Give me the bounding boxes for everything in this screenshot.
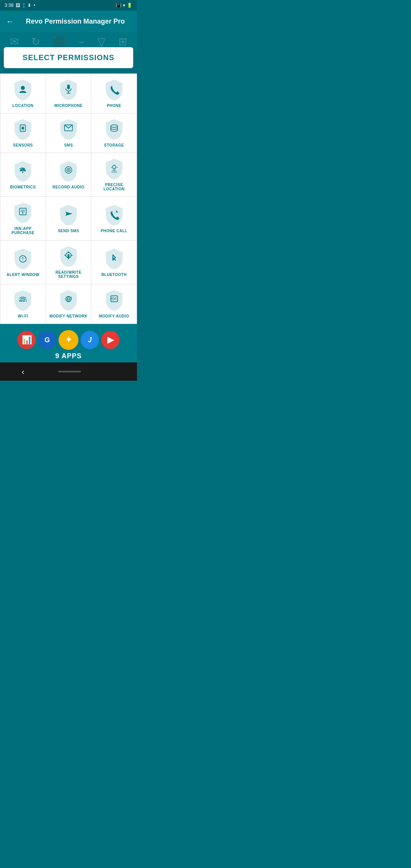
permission-item-modify-network[interactable]: MODIFY NETWORK [46, 284, 92, 324]
microphone-label: MICROPHONE [54, 104, 83, 108]
header-title: SELECT PERMISSIONS [22, 53, 114, 62]
svg-point-14 [68, 169, 69, 171]
wifi-shield-icon: WiFi [12, 290, 33, 311]
app-icon-5-symbol: ▶ [107, 335, 114, 345]
precise-location-shield-icon [104, 158, 125, 180]
bottom-tray: 📊 G ✦ J ▶ 9 APPS [0, 324, 137, 362]
cursor-icon: ⌶ [22, 3, 25, 8]
location-shield-icon [12, 79, 33, 101]
app-bar: ← Revo Permission Manager Pro [0, 11, 137, 32]
permission-item-biometrics[interactable]: BIOMETRICS [0, 153, 46, 197]
status-bar: 3:38 🖼 ⌶ ⬇ • 📳 ▾ 🔋 [0, 0, 137, 11]
header-card: SELECT PERMISSIONS [4, 47, 133, 68]
svg-text:WiFi: WiFi [19, 298, 27, 303]
record-audio-shield-icon [58, 161, 79, 182]
bg-icon-5: ▽ [97, 35, 106, 48]
svg-rect-29 [67, 256, 69, 257]
app-bar-title: Revo Permission Manager Pro [20, 18, 131, 26]
alert-window-shield-icon: ! [12, 248, 33, 270]
inn-app-purchase-label: INN-APP PURCHASE [3, 227, 43, 235]
status-time: 3:38 [5, 3, 13, 8]
phone-label: PHONE [107, 104, 121, 108]
status-right: 📳 ▾ 🔋 [116, 3, 132, 8]
sensors-shield-icon [12, 119, 33, 140]
photo-icon: 🖼 [16, 3, 20, 8]
app-icon-3-symbol: ✦ [65, 335, 72, 345]
location-label: LOCATION [13, 104, 33, 108]
permission-item-sms[interactable]: SMS [46, 113, 92, 153]
phone-shield-icon [104, 79, 125, 101]
app-icon-5: ▶ [101, 331, 119, 349]
permission-item-microphone[interactable]: MICROPHONE [46, 74, 92, 113]
wifi-status-icon: ▾ [123, 3, 125, 8]
alert-window-label: ALERT WINDOW [6, 273, 39, 277]
app-icon-4-symbol: J [88, 336, 92, 344]
bg-icon-3: ⬛ [53, 35, 66, 48]
send-sms-shield-icon [58, 204, 79, 226]
bg-icon-1: ✉ [10, 35, 19, 48]
permission-item-precise-location[interactable]: PRECISE LOCATION [91, 153, 137, 197]
wifi-label: Wi-Fi [18, 314, 28, 318]
storage-label: STORAGE [104, 143, 124, 147]
modify-network-shield-icon [58, 290, 79, 311]
modify-audio-shield-icon [104, 290, 125, 311]
svg-rect-0 [67, 85, 70, 89]
battery-icon: 🔋 [127, 3, 132, 8]
permission-item-phone[interactable]: PHONE [91, 74, 137, 113]
storage-shield-icon [104, 119, 125, 140]
phone-call-shield-icon [104, 204, 125, 226]
sms-shield-icon [58, 119, 79, 140]
app-icon-1: 📊 [18, 331, 36, 349]
status-left: 3:38 🖼 ⌶ ⬇ • [5, 3, 35, 8]
app-icon-3: ✦ [59, 330, 78, 350]
permission-item-inn-app-purchase[interactable]: $ INN-APP PURCHASE [0, 197, 46, 241]
permission-item-read-write-settings[interactable]: READ/WRITE SETTINGS [46, 241, 92, 284]
permissions-grid-container: LOCATION MICROPHONE PHONE [0, 73, 137, 324]
back-button[interactable]: ← [6, 17, 14, 26]
record-audio-label: RECORD AUDIO [53, 185, 84, 189]
nav-back-button[interactable]: ‹ [13, 364, 33, 379]
permission-item-storage[interactable]: STORAGE [91, 113, 137, 153]
nav-home-pill[interactable] [58, 371, 81, 372]
permission-item-alert-window[interactable]: ! ALERT WINDOW [0, 241, 46, 284]
permission-item-phone-call[interactable]: PHONE CALL [91, 197, 137, 241]
read-write-settings-shield-icon [58, 246, 79, 267]
svg-text:!: ! [22, 256, 24, 262]
read-write-settings-label: READ/WRITE SETTINGS [49, 270, 88, 279]
permission-item-bluetooth[interactable]: BLUETOOTH [91, 241, 137, 284]
svg-rect-28 [71, 255, 73, 256]
modify-audio-label: MODIFY AUDIO [99, 314, 129, 318]
svg-rect-27 [64, 255, 66, 256]
dot-icon: • [33, 3, 35, 8]
sms-label: SMS [64, 143, 73, 147]
apps-count: 9 APPS [55, 352, 81, 360]
send-sms-label: SEND SMS [58, 229, 79, 233]
permission-item-location[interactable]: LOCATION [0, 74, 46, 113]
nav-bar: ‹ [0, 362, 137, 381]
modify-network-label: MODIFY NETWORK [49, 314, 88, 318]
svg-point-4 [22, 127, 24, 129]
precise-location-label: PRECISE LOCATION [94, 183, 134, 191]
svg-rect-25 [68, 251, 69, 253]
permission-item-modify-audio[interactable]: MODIFY AUDIO [91, 284, 137, 324]
biometrics-shield-icon [12, 161, 33, 182]
bluetooth-shield-icon [104, 248, 125, 270]
bluetooth-label: BLUETOOTH [101, 273, 127, 277]
permission-item-sensors[interactable]: SENSORS [0, 113, 46, 153]
microphone-shield-icon [58, 79, 79, 101]
permissions-grid: LOCATION MICROPHONE PHONE [0, 73, 137, 324]
phone-call-label: PHONE CALL [101, 229, 127, 233]
bg-icon-2: ↻ [31, 35, 40, 48]
svg-text:$: $ [22, 212, 24, 215]
permission-item-wifi[interactable]: WiFi Wi-Fi [0, 284, 46, 324]
biometrics-label: BIOMETRICS [10, 185, 36, 189]
app-icon-4: J [81, 331, 99, 349]
app-icons-row: 📊 G ✦ J ▶ [14, 328, 123, 352]
bg-icon-4: ⌣ [78, 35, 85, 48]
permission-item-send-sms[interactable]: SEND SMS [46, 197, 92, 241]
bg-icon-6: ⊞ [118, 35, 127, 48]
app-icon-2: G [38, 331, 56, 349]
permission-item-record-audio[interactable]: RECORD AUDIO [46, 153, 92, 197]
sensors-label: SENSORS [13, 143, 33, 147]
inn-app-purchase-shield-icon: $ [12, 202, 33, 223]
